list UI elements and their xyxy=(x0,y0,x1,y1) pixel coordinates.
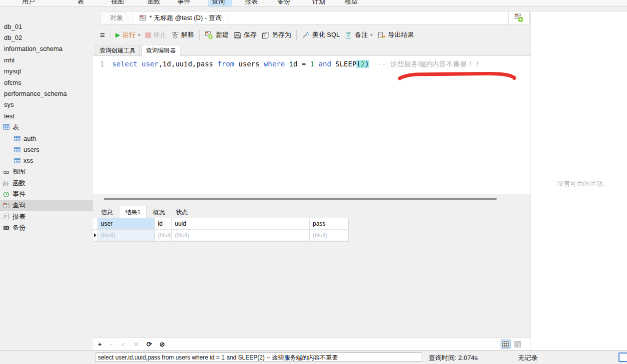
corner-indicator-icon[interactable] xyxy=(619,353,627,362)
menu-schedule[interactable]: 计划 xyxy=(312,0,325,6)
tab-query-active[interactable]: * 无标题 @test (D) - 查询 xyxy=(133,11,228,24)
tree-table-users[interactable]: users xyxy=(0,144,93,155)
editor-subtabs: 查询创建工具 查询编辑器 xyxy=(93,45,531,56)
refresh-icon[interactable]: ⟳ xyxy=(146,341,152,348)
tab-objects-label: 对象 xyxy=(110,13,123,22)
cell-pass[interactable]: (Null) xyxy=(310,230,348,241)
export-results-button[interactable]: 导出结果 xyxy=(378,30,414,39)
tree-db-test[interactable]: test xyxy=(0,110,93,121)
new-query-tab-button[interactable] xyxy=(508,11,529,24)
cell-value: (Null) xyxy=(175,232,189,239)
column-header-pass[interactable]: pass xyxy=(310,218,348,230)
tab-query-editor[interactable]: 查询编辑器 xyxy=(141,45,180,56)
column-header-uuid[interactable]: uuid xyxy=(172,218,310,230)
apply-changes-icon: ✓ xyxy=(120,341,126,348)
tree-tables-node[interactable]: 表 xyxy=(0,122,93,133)
save-button[interactable]: 保存 xyxy=(234,30,257,39)
tab-query-builder[interactable]: 查询创建工具 xyxy=(95,45,140,56)
new-button[interactable]: 新建 xyxy=(205,30,229,39)
clock-icon xyxy=(3,191,9,198)
tree-views-node[interactable]: 视图 xyxy=(0,166,93,177)
tree-reports-node[interactable]: 报表 xyxy=(0,211,93,222)
menu-functions[interactable]: 函数 xyxy=(147,0,160,6)
explain-label: 解释 xyxy=(181,30,194,39)
tab-profile-label: 概况 xyxy=(153,208,165,217)
tab-status[interactable]: 状态 xyxy=(171,206,193,218)
query-toolbar: ≡ ▶ 运行 ▾ 停止 解释 新建 保存 xyxy=(93,25,531,45)
save-as-button[interactable]: 另存为 xyxy=(262,30,291,39)
menu-icon[interactable]: ≡ xyxy=(100,31,105,39)
tab-objects[interactable]: 对象 xyxy=(100,11,133,24)
tree-db-sys[interactable]: sys xyxy=(0,99,93,110)
sql-line-1[interactable]: 1select user,id,uuid,pass from users whe… xyxy=(100,60,481,69)
tree-db-mhl[interactable]: mhl xyxy=(0,54,93,65)
toolbar-separator xyxy=(296,30,297,40)
menu-model[interactable]: 模型 xyxy=(345,0,358,6)
tree-db-performance_schema[interactable]: performance_schema xyxy=(0,88,93,99)
result-row-1[interactable]: (Null) (Null) (Null) (Null) xyxy=(93,230,348,241)
menu-reports[interactable]: 报表 xyxy=(245,0,258,6)
menu-views[interactable]: 视图 xyxy=(111,0,124,6)
cell-value: (Null) xyxy=(101,232,115,239)
splitter-handle[interactable] xyxy=(104,198,497,200)
tab-info[interactable]: 信息 xyxy=(96,206,118,218)
tree-table-auth[interactable]: auth xyxy=(0,133,93,144)
tree-events-label: 事件 xyxy=(12,190,25,199)
tree-backup-node[interactable]: 备份 xyxy=(0,222,93,233)
column-label: pass xyxy=(313,220,325,227)
stop-refresh-icon[interactable]: ⊘ xyxy=(159,341,165,348)
result-grid-header: user id uuid pass xyxy=(93,218,348,230)
wand-icon xyxy=(302,31,310,39)
db-label: sys xyxy=(4,101,14,108)
no-activity-message: 没有可用的活动。 xyxy=(557,179,609,188)
menu-backup[interactable]: 备份 xyxy=(277,0,290,6)
editor-results-splitter[interactable] xyxy=(93,194,531,204)
menu-users[interactable]: 用户 xyxy=(22,0,35,6)
column-header-id[interactable]: id xyxy=(155,218,172,230)
form-view-button[interactable] xyxy=(513,340,523,349)
query-tab-icon xyxy=(139,14,146,21)
tree-tables-label: 表 xyxy=(12,123,19,132)
chevron-down-icon[interactable]: ▾ xyxy=(370,32,373,37)
explain-button[interactable]: 解释 xyxy=(171,30,194,39)
add-record-icon[interactable]: + xyxy=(98,341,102,348)
chevron-down-icon[interactable]: ▾ xyxy=(138,32,140,37)
tab-profile[interactable]: 概况 xyxy=(148,206,170,218)
save-icon xyxy=(234,31,241,39)
column-label: uuid xyxy=(175,220,186,227)
cell-uuid[interactable]: (Null) xyxy=(172,230,310,241)
tab-info-label: 信息 xyxy=(101,208,113,217)
tab-result1[interactable]: 结果1 xyxy=(119,206,147,218)
column-header-user[interactable]: user xyxy=(98,218,155,230)
comment-button[interactable]: 备注 ▾ xyxy=(345,30,373,39)
tree-functions-node[interactable]: f() 函数 xyxy=(0,177,93,188)
tree-db-information_schema[interactable]: information_schema xyxy=(0,43,93,54)
cell-id[interactable]: (Null) xyxy=(155,230,172,241)
run-button[interactable]: ▶ 运行 ▾ xyxy=(115,30,140,39)
report-icon xyxy=(3,213,9,220)
tree-query-node[interactable]: 查询 xyxy=(0,200,93,211)
beautify-sql-button[interactable]: 美化 SQL xyxy=(302,30,340,39)
tree-db-ofcms[interactable]: ofcms xyxy=(0,77,93,88)
db-label: information_schema xyxy=(4,45,62,52)
run-label: 运行 xyxy=(122,30,135,39)
cell-user[interactable]: (Null) xyxy=(98,230,155,241)
sql-editor[interactable]: 1select user,id,uuid,pass from users whe… xyxy=(93,56,531,194)
tree-db-db_01[interactable]: db_01 xyxy=(0,21,93,32)
tree-events-node[interactable]: 事件 xyxy=(0,189,93,200)
menu-tables[interactable]: 表 xyxy=(77,0,84,6)
document-tab-bar: 对象 * 无标题 @test (D) - 查询 xyxy=(93,7,531,25)
tree-db-db_02[interactable]: db_02 xyxy=(0,32,93,43)
tab-result1-label: 结果1 xyxy=(125,208,141,217)
menu-events[interactable]: 事件 xyxy=(177,0,190,6)
beautify-sql-label: 美化 SQL xyxy=(312,30,340,39)
tree-table-xss[interactable]: xss xyxy=(0,155,93,166)
grid-view-button[interactable] xyxy=(501,340,511,349)
main-toolbar-strip: 用户 表 视图 函数 事件 查询 报表 备份 计划 模型 xyxy=(0,0,627,7)
current-row-marker xyxy=(93,230,98,241)
query-editor-label: 查询编辑器 xyxy=(146,46,176,55)
db-label: mhl xyxy=(4,56,14,64)
tree-db-mysql[interactable]: mysql xyxy=(0,66,93,77)
menu-query[interactable]: 查询 xyxy=(212,0,225,6)
backup-icon xyxy=(3,225,9,231)
